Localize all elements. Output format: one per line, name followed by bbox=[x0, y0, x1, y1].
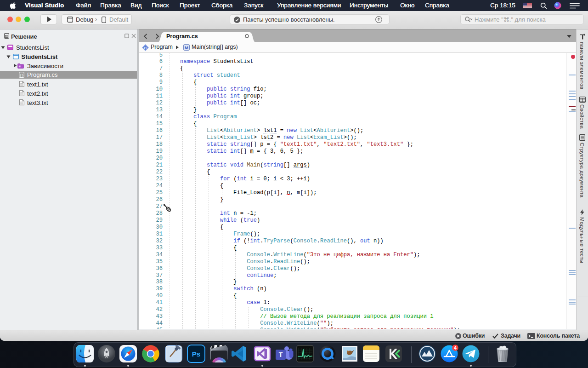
svg-text:4: 4 bbox=[454, 345, 457, 351]
svg-text:Ps: Ps bbox=[192, 350, 200, 358]
svg-text:{}: {} bbox=[19, 74, 23, 77]
svg-text:M: M bbox=[185, 45, 188, 50]
svg-text:C: C bbox=[144, 46, 147, 50]
svg-text:T: T bbox=[279, 351, 283, 358]
